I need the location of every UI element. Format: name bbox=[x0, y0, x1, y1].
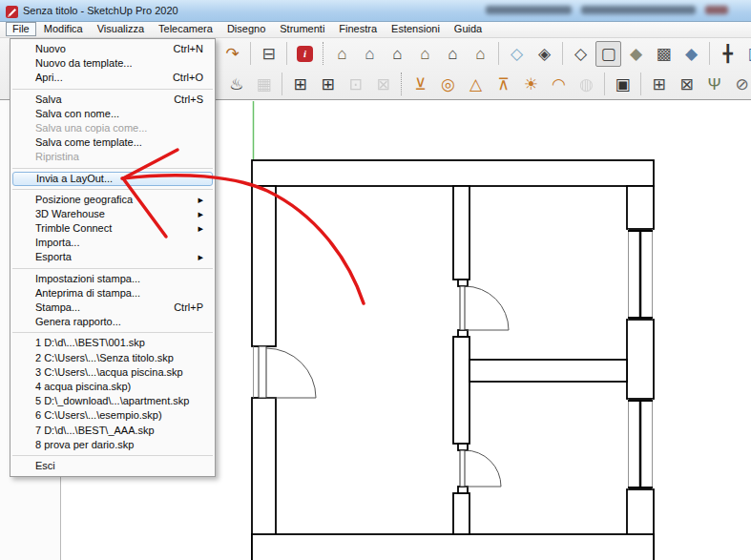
light-sphere-icon: ◍ bbox=[574, 72, 599, 97]
menu-item-apri[interactable]: Apri...Ctrl+O bbox=[10, 71, 215, 85]
menu-disegno[interactable]: Disegno bbox=[220, 22, 272, 36]
menu-item-4-acqua-piscina-skp[interactable]: 4 acqua piscina.skp) bbox=[10, 380, 215, 394]
menu-item-salva[interactable]: SalvaCtrl+S bbox=[10, 93, 215, 107]
model-info-icon[interactable]: i bbox=[292, 41, 318, 67]
share-picture-icon: ▦ bbox=[251, 72, 277, 97]
sketchup-logo-icon bbox=[6, 5, 18, 17]
menu-item-5-d-download-apartment-skp[interactable]: 5 D:\_download\...\apartment.skp bbox=[10, 394, 215, 408]
clipper-icon[interactable]: ⊘ bbox=[729, 72, 751, 97]
lock-window-icon: ⊠ bbox=[370, 72, 396, 97]
light-sun-icon[interactable]: ☀ bbox=[518, 72, 544, 97]
menu-item-invia-a-layout[interactable]: Invia a LayOut... bbox=[12, 172, 213, 186]
toolbar-separator bbox=[250, 42, 251, 65]
menu-item-salva-come-template[interactable]: Salva come template... bbox=[10, 135, 215, 150]
menu-estensioni[interactable]: Estensioni bbox=[385, 22, 447, 36]
view-right-icon[interactable]: ⌂ bbox=[412, 41, 438, 67]
cloud-window-icon: ⊡ bbox=[343, 72, 368, 97]
fur-icon[interactable]: Ψ bbox=[701, 72, 727, 97]
menu-item-nuovo-da-template[interactable]: Nuovo da template... bbox=[10, 56, 215, 71]
toolbar-separator bbox=[709, 42, 710, 65]
style-hidden-line-icon[interactable]: ▢ bbox=[595, 41, 621, 67]
menu-item-trimble-connect[interactable]: Trimble Connect▸ bbox=[10, 221, 215, 236]
toolbar-separator bbox=[562, 42, 563, 65]
menu-item-ripristina: Ripristina bbox=[10, 150, 215, 164]
view-front-icon[interactable]: ⌂ bbox=[385, 41, 410, 67]
menu-separator bbox=[12, 89, 213, 90]
print-icon[interactable]: ⊟ bbox=[256, 41, 282, 67]
menu-separator bbox=[12, 168, 213, 169]
style-textured-icon[interactable]: ▩ bbox=[651, 41, 677, 67]
title-bar: Senza titolo - SketchUp Pro 2020 bbox=[0, 0, 751, 22]
view-top-icon[interactable]: ⌂ bbox=[357, 41, 383, 67]
menu-telecamera[interactable]: Telecamera bbox=[152, 22, 219, 36]
window-title: Senza titolo - SketchUp Pro 2020 bbox=[23, 5, 178, 16]
menu-file[interactable]: File bbox=[6, 22, 36, 36]
menu-finestra[interactable]: Finestra bbox=[332, 22, 384, 36]
menu-item-2-c-users-senza-titolo-skp[interactable]: 2 C:\Users\...\Senza titolo.skp bbox=[10, 351, 215, 365]
menu-item-3d-warehouse[interactable]: 3D Warehouse▸ bbox=[10, 207, 215, 221]
file-menu: NuovoCtrl+NNuovo da template...Apri...Ct… bbox=[10, 38, 216, 477]
style-monochrome-icon[interactable]: ◆ bbox=[678, 41, 704, 67]
axes-icon[interactable]: ╋ bbox=[715, 41, 741, 67]
toolbar-separator bbox=[498, 42, 499, 65]
view-left-icon[interactable]: ⌂ bbox=[468, 41, 493, 67]
menu-item-nuovo[interactable]: NuovoCtrl+N bbox=[10, 42, 215, 56]
menu-item-genera-rapporto[interactable]: Genera rapporto... bbox=[10, 315, 215, 329]
menu-separator bbox=[12, 455, 213, 456]
menu-separator bbox=[12, 189, 213, 190]
menu-item-esporta[interactable]: Esporta▸ bbox=[10, 250, 215, 264]
menu-guida[interactable]: Guida bbox=[448, 22, 489, 36]
menu-item-posizione-geografica[interactable]: Posizione geografica▸ bbox=[10, 193, 215, 207]
model-window-icon[interactable]: ⊞ bbox=[287, 72, 313, 97]
toolbar-separator bbox=[323, 42, 324, 65]
menu-separator bbox=[12, 332, 213, 333]
get-models-icon[interactable]: ♨ bbox=[223, 72, 249, 97]
menu-strumenti[interactable]: Strumenti bbox=[273, 22, 331, 36]
menu-item-impostazioni-stampa[interactable]: Impostazioni stampa... bbox=[10, 272, 215, 286]
export-proxy-icon[interactable]: ⊠ bbox=[674, 72, 699, 97]
menu-item-importa[interactable]: Importa... bbox=[10, 236, 215, 250]
toolbar-separator bbox=[640, 73, 641, 95]
menu-item-6-c-users-esempio-skp[interactable]: 6 C:\Users\...\esempio.skp) bbox=[10, 408, 215, 423]
proxy-cube-icon[interactable]: ⊞ bbox=[646, 72, 672, 97]
menu-item-salva-con-nome[interactable]: Salva con nome... bbox=[10, 107, 215, 121]
asset-editor-icon[interactable]: ▣ bbox=[610, 72, 636, 97]
menu-item-esci[interactable]: Esci bbox=[10, 459, 215, 473]
menu-bar: FileModificaVisualizzaTelecameraDisegnoS… bbox=[0, 21, 751, 38]
warehouse-window-icon[interactable]: ⊞ bbox=[315, 72, 341, 97]
light-plane-icon[interactable]: ⊻ bbox=[407, 72, 433, 97]
light-omni-icon[interactable]: ◎ bbox=[435, 72, 461, 97]
menu-item-1-d-d-best-001-skp[interactable]: 1 D:\d\...\BEST\001.skp bbox=[10, 336, 215, 350]
view-iso-icon[interactable]: ⌂ bbox=[329, 41, 355, 67]
menu-item-3-c-users-acqua-piscina-skp[interactable]: 3 C:\Users\...\acqua piscina.skp bbox=[10, 365, 215, 380]
menu-separator bbox=[12, 268, 213, 269]
light-spot-icon[interactable]: △ bbox=[463, 72, 489, 97]
menu-item-stampa[interactable]: Stampa...Ctrl+P bbox=[10, 301, 215, 315]
toolbar-separator bbox=[286, 42, 287, 65]
redo-icon[interactable]: ↷ bbox=[219, 41, 245, 67]
section-plane-icon[interactable]: ◪ bbox=[742, 41, 751, 67]
toolbar-separator bbox=[282, 73, 282, 95]
menu-item-salva-una-copia-come: Salva una copia come... bbox=[10, 121, 215, 135]
style-shaded-icon[interactable]: ◆ bbox=[623, 41, 649, 67]
menu-item-8-prova-per-dario-skp[interactable]: 8 prova per dario.skp bbox=[10, 438, 215, 452]
view-back-icon[interactable]: ⌂ bbox=[440, 41, 466, 67]
style-wireframe-icon[interactable]: ◇ bbox=[568, 41, 594, 67]
style-xray-icon[interactable]: ◇ bbox=[504, 41, 530, 67]
menu-modifica[interactable]: Modifica bbox=[37, 22, 90, 36]
light-dome-icon[interactable]: ◠ bbox=[546, 72, 572, 97]
toolbar-separator bbox=[604, 73, 605, 95]
background-window-title bbox=[486, 3, 743, 17]
menu-visualizza[interactable]: Visualizza bbox=[91, 22, 151, 36]
style-back-edges-icon[interactable]: ◈ bbox=[532, 41, 557, 67]
menu-item-7-d-d-best-aaa-skp[interactable]: 7 D:\d\...\BEST\_AAA.skp bbox=[10, 424, 215, 438]
light-ies-icon[interactable]: ⊼ bbox=[490, 72, 516, 97]
menu-item-anteprima-di-stampa[interactable]: Anteprima di stampa... bbox=[10, 286, 215, 301]
toolbar-separator bbox=[401, 73, 403, 95]
